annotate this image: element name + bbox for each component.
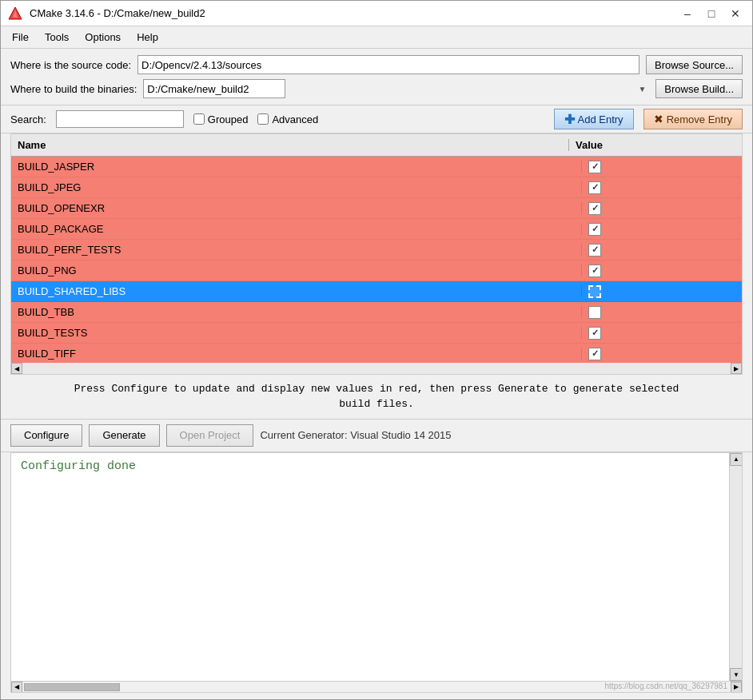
source-row: Where is the source code: Browse Source.… — [10, 55, 743, 74]
table-row[interactable]: BUILD_JPEG — [11, 177, 742, 198]
value-checkbox[interactable] — [588, 285, 601, 298]
menu-file[interactable]: File — [4, 28, 37, 46]
row-value[interactable] — [582, 181, 742, 194]
value-checkbox[interactable] — [588, 202, 601, 215]
build-dropdown-wrapper: ▼ — [143, 79, 649, 98]
watermark: https://blog.csdn.net/qq_36297981 — [605, 682, 727, 690]
log-h-scroll-thumb[interactable] — [24, 683, 120, 691]
table-row-selected[interactable]: BUILD_SHARED_LIBS — [11, 281, 742, 302]
log-v-scrollbar[interactable]: ▲ ▼ — [729, 453, 742, 682]
table-row[interactable]: BUILD_TESTS — [11, 323, 742, 344]
cmake-icon — [7, 6, 23, 22]
menu-options[interactable]: Options — [77, 28, 129, 46]
log-h-scroll-left-button[interactable]: ◀ — [11, 682, 22, 693]
browse-build-button[interactable]: Browse Build... — [655, 79, 743, 98]
configure-button[interactable]: Configure — [10, 424, 82, 447]
h-scroll-track[interactable] — [22, 363, 731, 374]
row-name: BUILD_TBB — [11, 306, 582, 318]
col-name-header: Name — [11, 139, 569, 151]
log-scroll-down-button[interactable]: ▼ — [730, 668, 743, 681]
table-row[interactable]: BUILD_PACKAGE — [11, 219, 742, 240]
path-toolbar: Where is the source code: Browse Source.… — [1, 49, 752, 105]
row-name: BUILD_JPEG — [11, 181, 582, 193]
row-value[interactable] — [582, 285, 742, 298]
menu-help[interactable]: Help — [129, 28, 166, 46]
log-content: Configuring done — [11, 453, 742, 682]
row-value[interactable] — [582, 348, 742, 360]
main-window: CMake 3.14.6 - D:/Cmake/new_build2 – □ ✕… — [0, 0, 753, 700]
search-label: Search: — [10, 113, 46, 125]
build-label: Where to build the binaries: — [10, 83, 137, 95]
remove-entry-button[interactable]: ✖ Remove Entry — [643, 109, 743, 129]
advanced-label[interactable]: Advanced — [272, 113, 318, 125]
minimize-button[interactable]: – — [677, 4, 698, 23]
add-entry-label: Add Entry — [578, 113, 624, 125]
row-value[interactable] — [582, 161, 742, 173]
window-controls: – □ ✕ — [677, 4, 746, 23]
row-name: BUILD_TESTS — [11, 327, 582, 339]
h-scroll-right-button[interactable]: ▶ — [731, 363, 742, 374]
status-text: Press Configure to update and display ne… — [74, 383, 679, 411]
value-checkbox[interactable] — [588, 327, 601, 340]
row-name: BUILD_TIFF — [11, 348, 582, 360]
entries-table: Name Value BUILD_JASPER BUILD_JPEG BUILD… — [10, 133, 743, 375]
open-project-button[interactable]: Open Project — [166, 424, 254, 447]
add-entry-button[interactable]: ✚ Add Entry — [554, 109, 634, 129]
value-checkbox[interactable] — [588, 181, 601, 194]
value-checkbox[interactable] — [588, 223, 601, 236]
source-label: Where is the source code: — [10, 59, 131, 71]
close-button[interactable]: ✕ — [725, 4, 746, 23]
log-text: Configuring done — [21, 459, 136, 473]
status-bar: Press Configure to update and display ne… — [1, 375, 752, 419]
window-title: CMake 3.14.6 - D:/Cmake/new_build2 — [30, 7, 677, 19]
title-bar: CMake 3.14.6 - D:/Cmake/new_build2 – □ ✕ — [1, 1, 752, 26]
table-body[interactable]: BUILD_JASPER BUILD_JPEG BUILD_OPENEXR BU… — [11, 157, 742, 363]
col-value-header: Value — [569, 139, 729, 151]
table-h-scrollbar[interactable]: ◀ ▶ — [11, 363, 742, 374]
table-row[interactable]: BUILD_TIFF — [11, 344, 742, 363]
menu-bar: File Tools Options Help — [1, 26, 752, 49]
table-row[interactable]: BUILD_JASPER — [11, 157, 742, 177]
value-checkbox[interactable] — [588, 264, 601, 277]
advanced-checkbox[interactable] — [257, 113, 269, 125]
row-name: BUILD_PNG — [11, 264, 582, 276]
table-row[interactable]: BUILD_PERF_TESTS — [11, 240, 742, 261]
grouped-checkbox[interactable] — [193, 113, 205, 125]
log-panel: Configuring done ▲ ▼ ◀ ▶ https://blog.cs… — [10, 452, 743, 694]
grouped-label[interactable]: Grouped — [208, 113, 249, 125]
table-row[interactable]: BUILD_TBB — [11, 302, 742, 323]
row-value[interactable] — [582, 244, 742, 257]
search-row: Search: Grouped Advanced ✚ Add Entry ✖ R… — [1, 105, 752, 133]
row-value[interactable] — [582, 202, 742, 215]
table-row[interactable]: BUILD_OPENEXR — [11, 198, 742, 219]
row-name: BUILD_PACKAGE — [11, 223, 582, 235]
advanced-checkbox-group: Advanced — [257, 113, 318, 125]
grouped-checkbox-group: Grouped — [193, 113, 249, 125]
log-scroll-up-button[interactable]: ▲ — [730, 453, 743, 466]
value-checkbox[interactable] — [588, 161, 601, 173]
row-value[interactable] — [582, 264, 742, 277]
log-scroll-track — [730, 466, 742, 669]
table-header: Name Value — [11, 134, 742, 157]
browse-source-button[interactable]: Browse Source... — [646, 55, 743, 74]
table-row[interactable]: BUILD_PNG — [11, 261, 742, 281]
source-input[interactable] — [137, 55, 639, 74]
row-value[interactable] — [582, 223, 742, 236]
build-row: Where to build the binaries: ▼ Browse Bu… — [10, 79, 743, 98]
value-checkbox[interactable] — [588, 348, 601, 360]
dropdown-arrow-icon: ▼ — [638, 85, 646, 93]
row-value[interactable] — [582, 306, 742, 319]
generate-button[interactable]: Generate — [89, 424, 159, 447]
menu-tools[interactable]: Tools — [37, 28, 77, 46]
build-input[interactable] — [143, 79, 285, 98]
search-input[interactable] — [56, 110, 184, 128]
value-checkbox[interactable] — [588, 244, 601, 257]
row-value[interactable] — [582, 327, 742, 340]
row-name: BUILD_SHARED_LIBS — [11, 285, 582, 297]
remove-entry-label: Remove Entry — [667, 113, 732, 125]
h-scroll-left-button[interactable]: ◀ — [11, 363, 22, 374]
row-name: BUILD_PERF_TESTS — [11, 244, 582, 256]
log-h-scroll-right-button[interactable]: ▶ — [731, 682, 742, 693]
value-checkbox[interactable] — [588, 306, 601, 319]
maximize-button[interactable]: □ — [701, 4, 722, 23]
